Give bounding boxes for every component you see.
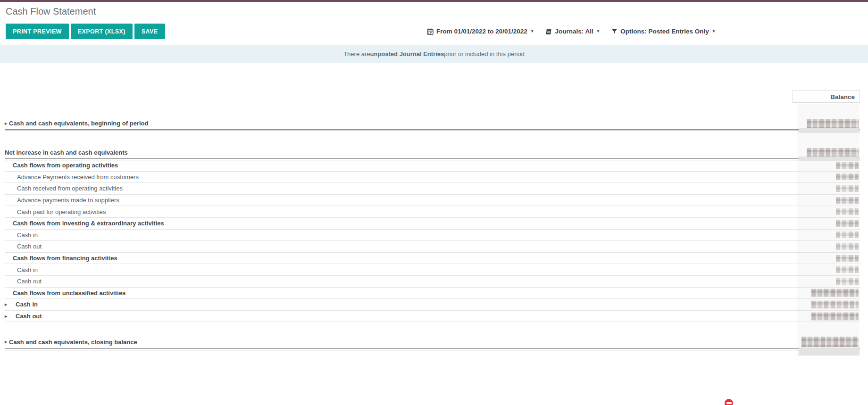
row-label: Cash and cash equivalents, closing balan… [9,339,137,346]
redacted-balance-value [811,300,859,308]
redacted-band [799,157,860,161]
table-row-unclassified-cash-in[interactable]: ▸ Cash in [5,299,860,311]
table-row-cash-paid-operating[interactable]: Cash paid for operating activities [5,206,860,218]
row-label: Cash in [17,266,38,273]
redacted-balance-value [836,162,859,169]
row-label: Cash out [17,278,42,285]
table-row-operating-activities[interactable]: Cash flows from operating activities [5,160,860,172]
row-label: Cash flows from investing & extraordinar… [13,220,164,227]
double-rule [5,348,860,350]
table-row-unclassified-cash-out[interactable]: ▸ Cash out [5,311,860,322]
table-row-closing-balance[interactable]: ▸ Cash and cash equivalents, closing bal… [5,336,860,348]
table-row-unclassified-activities[interactable]: Cash flows from unclassified activities [5,288,860,299]
redacted-balance-value [836,266,859,273]
row-label: Cash flows from financing activities [13,255,117,262]
double-rule [5,158,860,160]
redacted-balance-value [807,148,859,157]
blocked-icon [725,399,733,405]
table-row-investing-cash-in[interactable]: Cash in [5,230,860,241]
row-label: Cash paid for operating activities [17,208,106,215]
row-label: Cash out [16,313,42,320]
row-label: Advance payments made to suppliers [17,197,119,204]
redacted-balance-value [811,289,859,297]
caret-right-icon: ▸ [5,314,7,318]
caret-right-icon: ▸ [5,302,7,307]
table-row-advance-payments-received[interactable]: Advance Payments received from customers [5,172,860,183]
cash-flow-report-page: Cash Flow Statement PRINT PREVIEW EXPORT… [0,0,868,405]
redacted-balance-value [836,208,859,215]
caret-right-icon: ▸ [5,339,7,344]
redacted-balance-value [836,185,859,192]
table-row-investing-activities[interactable]: Cash flows from investing & extraordinar… [5,218,860,230]
table-row-advance-payments-made[interactable]: Advance payments made to suppliers [5,195,860,207]
redacted-balance-value [836,174,859,180]
redacted-balance-value [836,243,859,250]
redacted-balance-value [836,231,859,238]
redacted-balance-value [801,337,859,347]
row-label: Cash in [17,231,38,239]
redacted-balance-value [807,119,859,128]
cash-flow-table: ▸ Cash and cash equivalents, beginning o… [5,0,860,405]
table-row-financing-cash-out[interactable]: Cash out [5,276,860,288]
table-row-beginning-of-period[interactable]: ▸ Cash and cash equivalents, beginning o… [5,117,860,129]
redacted-balance-value [836,255,859,262]
table-row-financing-activities[interactable]: Cash flows from financing activities [5,253,860,264]
table-row-net-increase[interactable]: Net increase in cash and cash equivalent… [5,147,860,158]
redacted-balance-value [836,220,859,227]
row-label: Cash received from operating activities [17,185,123,192]
row-label: Cash flows from operating activities [13,162,118,169]
redacted-balance-value [836,197,859,204]
redacted-band [799,128,860,133]
row-label: Cash in [16,301,38,308]
table-row-financing-cash-in[interactable]: Cash in [5,264,860,276]
table-row-investing-cash-out[interactable]: Cash out [5,241,860,253]
redacted-balance-value [836,278,859,285]
table-row-cash-received-operating[interactable]: Cash received from operating activities [5,183,860,195]
row-label: Cash and cash equivalents, beginning of … [9,120,148,127]
row-label: Net increase in cash and cash equivalent… [5,149,128,156]
caret-right-icon: ▸ [5,121,7,125]
redacted-band [799,347,860,355]
row-label: Advance Payments received from customers [17,174,139,181]
double-rule [5,129,860,131]
redacted-balance-value [811,312,859,320]
row-label: Cash out [17,243,42,250]
row-label: Cash flows from unclassified activities [13,289,125,297]
